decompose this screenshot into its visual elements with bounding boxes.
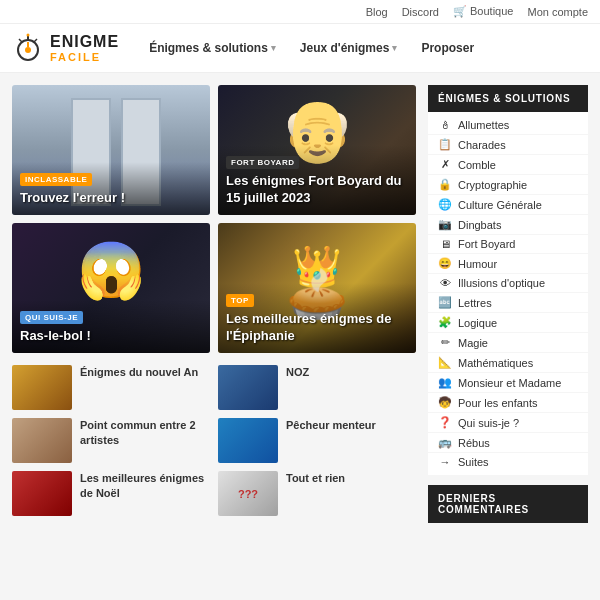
news-item-3[interactable]: Pêcheur menteur	[218, 418, 416, 463]
news-item-1[interactable]: NOZ	[218, 365, 416, 410]
card-trouvez-erreur[interactable]: INCLASSABLE Trouvez l'erreur !	[12, 85, 210, 215]
sidebar-item-icon: 👥	[438, 376, 452, 389]
news-item-5[interactable]: Tout et rien	[218, 471, 416, 516]
sidebar: ÉNIGMES & SOLUTIONS 🕯Allumettes📋Charades…	[428, 85, 588, 533]
nav-proposer[interactable]: Proposer	[411, 35, 484, 61]
blog-link[interactable]: Blog	[366, 6, 388, 18]
sidebar-item-dingbats[interactable]: 📷Dingbats	[428, 215, 588, 235]
sidebar-item-icon: 📐	[438, 356, 452, 369]
sidebar-item-icon: 🔒	[438, 178, 452, 191]
featured-grid: INCLASSABLE Trouvez l'erreur ! FORT BOYA…	[12, 85, 416, 353]
sidebar-enigmes-box: ÉNIGMES & SOLUTIONS 🕯Allumettes📋Charades…	[428, 85, 588, 475]
sidebar-item-icon: 📋	[438, 138, 452, 151]
card-tag-qui-suis-je: QUI SUIS-JE	[20, 311, 83, 324]
sidebar-item-illusions-d'optique[interactable]: 👁Illusions d'optique	[428, 274, 588, 293]
card-title-4: Les meilleures énigmes de l'Épiphanie	[226, 311, 408, 345]
sidebar-item-suites[interactable]: →Suites	[428, 453, 588, 471]
logo-text: ENIGME FACILE	[50, 33, 119, 63]
news-item-2[interactable]: Point commun entre 2 artistes	[12, 418, 210, 463]
card-epiphanie[interactable]: TOP Les meilleures énigmes de l'Épiphani…	[218, 223, 416, 353]
news-thumb-5	[218, 471, 278, 516]
sidebar-item-icon: 🚌	[438, 436, 452, 449]
sidebar-item-humour[interactable]: 😄Humour	[428, 254, 588, 274]
sidebar-item-mathématiques[interactable]: 📐Mathématiques	[428, 353, 588, 373]
sidebar-item-lettres[interactable]: 🔤Lettres	[428, 293, 588, 313]
card-overlay: FORT BOYARD Les énigmes Fort Boyard du 1…	[218, 145, 416, 215]
sidebar-item-icon: 🌐	[438, 198, 452, 211]
top-bar: Blog Discord 🛒 Boutique Mon compte	[0, 0, 600, 24]
card-tag-top: TOP	[226, 294, 254, 307]
news-title-0: Énigmes du nouvel An	[80, 365, 198, 380]
sidebar-item-icon: 🧒	[438, 396, 452, 409]
sidebar-item-icon: 🖥	[438, 238, 452, 250]
sidebar-item-icon: 🧩	[438, 316, 452, 329]
sidebar-item-comble[interactable]: ✗Comble	[428, 155, 588, 175]
card-fort-boyard[interactable]: FORT BOYARD Les énigmes Fort Boyard du 1…	[218, 85, 416, 215]
news-item-0[interactable]: Énigmes du nouvel An	[12, 365, 210, 410]
news-title-1: NOZ	[286, 365, 309, 380]
news-title-2: Point commun entre 2 artistes	[80, 418, 210, 449]
card-ras-le-bol[interactable]: QUI SUIS-JE Ras-le-bol !	[12, 223, 210, 353]
nav-enigmes[interactable]: Énigmes & solutions ▾	[139, 35, 286, 61]
boutique-link[interactable]: 🛒 Boutique	[453, 5, 514, 18]
sidebar-item-icon: 🕯	[438, 119, 452, 131]
chevron-down-icon: ▾	[271, 43, 276, 53]
sidebar-item-rébus[interactable]: 🚌Rébus	[428, 433, 588, 453]
news-title-3: Pêcheur menteur	[286, 418, 376, 433]
nav-jeux[interactable]: Jeux d'énigmes ▾	[290, 35, 408, 61]
card-tag-fort-boyard: FORT BOYARD	[226, 156, 299, 169]
chevron-down-icon: ▾	[392, 43, 397, 53]
sidebar-item-icon: ✏	[438, 336, 452, 349]
sidebar-item-charades[interactable]: 📋Charades	[428, 135, 588, 155]
news-item-4[interactable]: Les meilleures énigmes de Noël	[12, 471, 210, 516]
sidebar-item-allumettes[interactable]: 🕯Allumettes	[428, 116, 588, 135]
sidebar-comments-title: DERNIERS COMMENTAIRES	[428, 485, 588, 523]
svg-point-2	[27, 34, 30, 37]
sidebar-item-logique[interactable]: 🧩Logique	[428, 313, 588, 333]
sidebar-item-icon: ❓	[438, 416, 452, 429]
news-thumb-0	[12, 365, 72, 410]
sidebar-item-fort-boyard[interactable]: 🖥Fort Boyard	[428, 235, 588, 254]
svg-line-3	[19, 39, 22, 42]
card-title-3: Ras-le-bol !	[20, 328, 202, 345]
card-overlay: TOP Les meilleures énigmes de l'Épiphani…	[218, 283, 416, 353]
card-tag-inclassable: INCLASSABLE	[20, 173, 92, 186]
sidebar-item-culture-générale[interactable]: 🌐Culture Générale	[428, 195, 588, 215]
sidebar-enigmes-title: ÉNIGMES & SOLUTIONS	[428, 85, 588, 112]
sidebar-item-icon: →	[438, 456, 452, 468]
sidebar-item-icon: ✗	[438, 158, 452, 171]
cart-icon: 🛒	[453, 5, 467, 17]
mon-compte-link[interactable]: Mon compte	[527, 6, 588, 18]
news-thumb-4	[12, 471, 72, 516]
svg-point-5	[25, 47, 31, 53]
discord-link[interactable]: Discord	[402, 6, 439, 18]
news-title-4: Les meilleures énigmes de Noël	[80, 471, 210, 502]
sidebar-item-magie[interactable]: ✏Magie	[428, 333, 588, 353]
sidebar-item-icon: 📷	[438, 218, 452, 231]
news-title-5: Tout et rien	[286, 471, 345, 486]
sidebar-item-icon: 👁	[438, 277, 452, 289]
card-overlay: INCLASSABLE Trouvez l'erreur !	[12, 162, 210, 215]
sidebar-item-icon: 🔤	[438, 296, 452, 309]
logo[interactable]: ENIGME FACILE	[12, 32, 119, 64]
sidebar-item-monsieur-et-madame[interactable]: 👥Monsieur et Madame	[428, 373, 588, 393]
main-wrap: INCLASSABLE Trouvez l'erreur ! FORT BOYA…	[0, 73, 600, 545]
card-title-2: Les énigmes Fort Boyard du 15 juillet 20…	[226, 173, 408, 207]
news-thumb-3	[218, 418, 278, 463]
sidebar-item-icon: 😄	[438, 257, 452, 270]
sidebar-comments-box: DERNIERS COMMENTAIRES	[428, 485, 588, 523]
news-thumb-1	[218, 365, 278, 410]
logo-icon	[12, 32, 44, 64]
sidebar-enigmes-list: 🕯Allumettes📋Charades✗Comble🔒Cryptographi…	[428, 112, 588, 475]
svg-line-4	[34, 39, 37, 42]
card-overlay: QUI SUIS-JE Ras-le-bol !	[12, 300, 210, 353]
sidebar-item-pour-les-enfants[interactable]: 🧒Pour les enfants	[428, 393, 588, 413]
header: ENIGME FACILE Énigmes & solutions ▾ Jeux…	[0, 24, 600, 73]
main-nav: Énigmes & solutions ▾ Jeux d'énigmes ▾ P…	[139, 35, 484, 61]
news-thumb-2	[12, 418, 72, 463]
sidebar-item-qui-suis-je-?[interactable]: ❓Qui suis-je ?	[428, 413, 588, 433]
content-area: INCLASSABLE Trouvez l'erreur ! FORT BOYA…	[12, 85, 416, 533]
news-grid: Énigmes du nouvel An NOZ Point commun en…	[12, 365, 416, 516]
sidebar-item-cryptographie[interactable]: 🔒Cryptographie	[428, 175, 588, 195]
card-title-1: Trouvez l'erreur !	[20, 190, 202, 207]
